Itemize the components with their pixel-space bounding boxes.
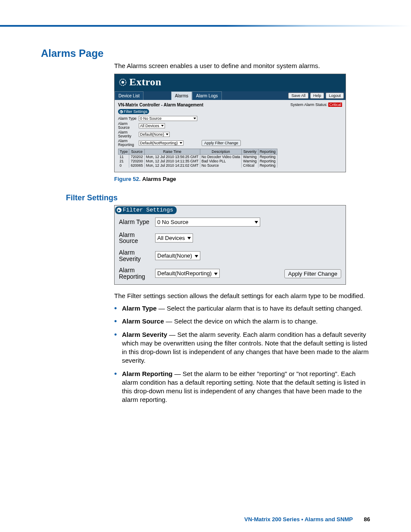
filter-settings-screenshot: ►Filter Settings Alarm Type 0 No Source … xyxy=(114,205,346,285)
table-cell: Critical xyxy=(242,163,258,168)
bullet-text: — Select the particular alarm that is to… xyxy=(157,305,363,312)
lbl2-alarm-type: Alarm Type xyxy=(119,219,155,225)
table-cell: Mon, 12 Jul 2010 14:11:35 GMT xyxy=(144,159,200,163)
brand-word: Extron xyxy=(129,76,162,88)
figure-caption: Figure 52. Alarms Page xyxy=(114,176,370,182)
lbl2-alarm-source: Alarm Source xyxy=(119,232,155,244)
system-alarm-status: System Alarm Status: Critical xyxy=(290,103,342,107)
apply-filter-button[interactable]: Apply Filter Change xyxy=(202,140,241,146)
doc-top-band xyxy=(0,0,411,26)
lbl-alarm-type: Alarm Type xyxy=(118,117,139,121)
logout-button[interactable]: Logout xyxy=(326,93,344,99)
sel-alarm-severity[interactable]: Default(None) xyxy=(139,132,170,137)
table-cell: Reporting xyxy=(258,159,277,163)
col-severity[interactable]: Severity xyxy=(242,149,258,154)
sel-alarm-type[interactable]: 0 No Source xyxy=(139,116,197,121)
tab-alarms[interactable]: Alarms xyxy=(171,91,192,100)
table-cell: Reporting xyxy=(258,163,277,168)
lbl-alarm-source: Alarm Source xyxy=(118,122,139,130)
page-footer: VN-Matrix 200 Series • Alarms and SNMP 8… xyxy=(244,516,370,523)
table-cell: No Source xyxy=(200,163,242,168)
alarms-table: Type Source Raise Time Description Sever… xyxy=(118,149,277,168)
body-intro: The Filter settings section allows the d… xyxy=(114,292,370,300)
table-cell: Mon, 12 Jul 2010 14:21:02 GMT xyxy=(144,163,200,168)
sel-alarm-reporting[interactable]: Default(NotReporting) xyxy=(139,140,184,146)
table-cell: Warning xyxy=(242,159,258,163)
tab-device-list[interactable]: Device List xyxy=(115,91,143,100)
table-cell: 620065 xyxy=(129,163,144,168)
page-title: Alarms Page xyxy=(41,47,370,59)
table-cell: 11 xyxy=(118,154,129,159)
filter-settings-pill[interactable]: ►Filter Settings xyxy=(118,109,149,114)
col-type[interactable]: Type xyxy=(118,149,129,154)
top-tabs: Device List Alarms Alarm Logs Save All H… xyxy=(115,91,346,100)
table-cell: Warning xyxy=(242,154,258,159)
mgmt-heading: VN-Matrix Controller - Alarm Management xyxy=(118,103,203,107)
list-item: Alarm Type — Select the particular alarm… xyxy=(114,304,370,313)
bullet-term: Alarm Source xyxy=(122,317,164,325)
table-cell: No Decoder Video Data xyxy=(200,154,242,159)
save-all-button[interactable]: Save All xyxy=(288,93,308,99)
extron-logo-icon xyxy=(119,78,127,86)
sel2-alarm-severity[interactable]: Default(None) xyxy=(155,251,200,260)
bullet-text: — Select the device on which the alarm i… xyxy=(164,317,318,325)
brand-bar: Extron xyxy=(115,74,346,91)
lbl2-alarm-reporting: Alarm Reporting xyxy=(119,267,155,280)
table-cell: 720200 xyxy=(129,159,144,163)
bullet-term: Alarm Type xyxy=(122,305,157,312)
col-raise-time[interactable]: Raise Time xyxy=(144,149,200,154)
lbl-alarm-severity: Alarm Severity xyxy=(118,131,139,138)
sel2-alarm-source[interactable]: All Devices xyxy=(155,233,193,243)
col-source[interactable]: Source xyxy=(129,149,144,154)
sel2-alarm-type[interactable]: 0 No Source xyxy=(155,218,260,227)
help-button[interactable]: Help xyxy=(310,93,324,99)
svg-point-1 xyxy=(121,81,124,84)
list-item: Alarm Source — Select the device on whic… xyxy=(114,317,370,326)
bullet-term: Alarm Severity xyxy=(122,331,167,338)
col-reporting[interactable]: Reporting xyxy=(258,149,277,154)
filter-settings-pill-large[interactable]: ►Filter Settings xyxy=(115,206,177,214)
body-bullet-list: Alarm Type — Select the particular alarm… xyxy=(114,304,370,404)
filter-settings-heading: Filter Settings xyxy=(66,193,370,202)
tab-alarm-logs[interactable]: Alarm Logs xyxy=(192,91,222,100)
lbl2-alarm-severity: Alarm Severity xyxy=(119,249,155,262)
table-row: 11720202Mon, 12 Jul 2010 13:56:25 GMTNo … xyxy=(118,154,277,159)
bullet-term: Alarm Reporting xyxy=(122,370,173,377)
list-item: Alarm Severity — Set the alarm severity.… xyxy=(114,330,370,365)
intro-text: The Alarms screen enables a user to defi… xyxy=(114,62,370,69)
alarms-page-screenshot: Extron Device List Alarms Alarm Logs Sav… xyxy=(114,74,346,172)
lbl-alarm-reporting: Alarm Reporting xyxy=(118,139,139,147)
sel2-alarm-reporting[interactable]: Default(NotReporting) xyxy=(155,269,220,278)
apply-filter-button-large[interactable]: Apply Filter Change xyxy=(284,269,341,278)
list-item: Alarm Reporting — Set the alarm to be ei… xyxy=(114,370,370,404)
table-cell: Reporting xyxy=(258,154,277,159)
sel-alarm-source[interactable]: All Devices xyxy=(139,123,165,128)
table-cell: Bad Video PLL xyxy=(200,159,242,163)
table-row: 21720200Mon, 12 Jul 2010 14:11:35 GMTBad… xyxy=(118,159,277,163)
table-cell: 21 xyxy=(118,159,129,163)
table-cell: 720202 xyxy=(129,154,144,159)
table-cell: 0 xyxy=(118,163,129,168)
table-row: 0620065Mon, 12 Jul 2010 14:21:02 GMTNo S… xyxy=(118,163,277,168)
col-description[interactable]: Description xyxy=(200,149,242,154)
status-badge: Critical xyxy=(328,103,342,107)
table-cell: Mon, 12 Jul 2010 13:56:25 GMT xyxy=(144,154,200,159)
